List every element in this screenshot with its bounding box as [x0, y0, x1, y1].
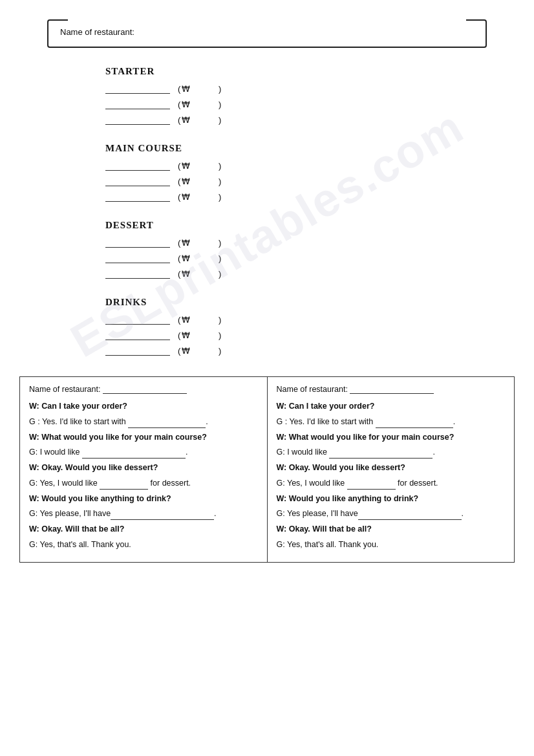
dialog-line-3: W: What would you like for your main cou… — [277, 431, 506, 444]
price-group: (₩ ) — [175, 346, 221, 356]
price-group: (₩ ) — [175, 177, 221, 186]
dialog-line-9: W: Okay. Will that be all? — [29, 523, 258, 535]
inline-blank — [358, 511, 462, 520]
menu-line: (₩ ) — [105, 191, 429, 202]
dialog-line-6: G: Yes, I would like for dessert. — [29, 477, 258, 490]
page: ESLprintables.com Name of restaurant: ST… — [0, 0, 534, 756]
menu-blank — [105, 268, 170, 279]
price-group: (₩ ) — [175, 100, 221, 109]
dialog-line-8: G: Yes please, I'll have. — [277, 508, 506, 520]
panel-right: Name of restaurant: W: Can I take your o… — [268, 377, 515, 562]
dialog-line-5: W: Okay. Would you like dessert? — [29, 462, 258, 474]
menu-line: (₩ ) — [105, 253, 429, 263]
menu-blank — [105, 176, 170, 186]
dialog-line-4: G: I would like . — [277, 446, 506, 459]
menu-line: (₩ ) — [105, 345, 429, 356]
inline-blank — [329, 449, 433, 459]
panel-blank — [350, 385, 434, 394]
menu-line: (₩ ) — [105, 268, 429, 279]
dialog-line-2: G : Yes. I'd like to start with . — [277, 416, 506, 428]
price-group: (₩ ) — [175, 330, 221, 340]
bottom-panels: Name of restaurant: W: Can I take your o… — [19, 376, 515, 563]
panel-right-restaurant-label: Name of restaurant: — [277, 385, 506, 394]
section-main-course: MAIN COURSE (₩ ) (₩ ) (₩ ) — [105, 136, 429, 207]
panel-left: Name of restaurant: W: Can I take your o… — [20, 377, 268, 562]
inline-blank — [128, 419, 206, 428]
menu-line: (₩ ) — [105, 83, 429, 94]
menu-line: (₩ ) — [105, 114, 429, 125]
inline-blank — [111, 511, 214, 520]
menu-blank — [105, 191, 170, 202]
price-group: (₩ ) — [175, 84, 221, 94]
menu-line: (₩ ) — [105, 160, 429, 171]
menu-blank — [105, 160, 170, 171]
dialog-line-7: W: Would you like anything to drink? — [29, 493, 258, 505]
dialog-line-5: W: Okay. Would you like dessert? — [277, 462, 506, 474]
price-group: (₩ ) — [175, 192, 221, 202]
menu-line: (₩ ) — [105, 176, 429, 186]
restaurant-label: Name of restaurant: — [60, 27, 134, 37]
menu-blank — [105, 330, 170, 340]
section-title-main-course: MAIN COURSE — [105, 143, 429, 154]
price-group: (₩ ) — [175, 115, 221, 125]
menu-blank — [105, 83, 170, 94]
section-starter: STARTER (₩ ) (₩ ) (₩ ) — [105, 59, 429, 130]
inline-blank — [347, 481, 396, 490]
section-title-starter: STARTER — [105, 66, 429, 77]
inline-blank — [100, 481, 148, 490]
menu-blank — [105, 345, 170, 356]
dialog-line-2: G : Yes. I'd like to start with . — [29, 416, 258, 428]
dialog-line-10: G: Yes, that's all. Thank you. — [277, 539, 506, 551]
dialog-line-9: W: Okay. Will that be all? — [277, 523, 506, 535]
price-group: (₩ ) — [175, 315, 221, 325]
dialog-line-8: G: Yes please, I'll have. — [29, 508, 258, 520]
dialog-line-1: W: Can I take your order? — [277, 400, 506, 413]
menu-line: (₩ ) — [105, 314, 429, 325]
inline-blank — [82, 449, 186, 459]
menu-blank — [105, 253, 170, 263]
menu-blank — [105, 99, 170, 109]
price-group: (₩ ) — [175, 269, 221, 279]
inline-blank — [376, 419, 453, 428]
restaurant-banner: Name of restaurant: — [47, 19, 487, 48]
dialog-line-10: G: Yes, that's all. Thank you. — [29, 539, 258, 551]
dialog-line-4: G: I would like . — [29, 446, 258, 459]
section-title-dessert: DESSERT — [105, 220, 429, 231]
menu-line: (₩ ) — [105, 330, 429, 340]
section-dessert: DESSERT (₩ ) (₩ ) (₩ ) — [105, 213, 429, 284]
menu-blank — [105, 314, 170, 325]
menu-blank — [105, 114, 170, 125]
dialog-line-7: W: Would you like anything to drink? — [277, 493, 506, 505]
dialog-line-1: W: Can I take your order? — [29, 400, 258, 413]
menu-line: (₩ ) — [105, 237, 429, 248]
dialog-line-6: G: Yes, I would like for dessert. — [277, 477, 506, 490]
price-group: (₩ ) — [175, 238, 221, 248]
price-group: (₩ ) — [175, 254, 221, 263]
panel-blank — [103, 385, 187, 394]
menu-line: (₩ ) — [105, 99, 429, 109]
dialog-line-3: W: What would you like for your main cou… — [29, 431, 258, 444]
price-group: (₩ ) — [175, 161, 221, 171]
menu-blank — [105, 237, 170, 248]
section-title-drinks: DRINKS — [105, 297, 429, 308]
section-drinks: DRINKS (₩ ) (₩ ) (₩ ) — [105, 290, 429, 361]
panel-left-restaurant-label: Name of restaurant: — [29, 385, 258, 394]
